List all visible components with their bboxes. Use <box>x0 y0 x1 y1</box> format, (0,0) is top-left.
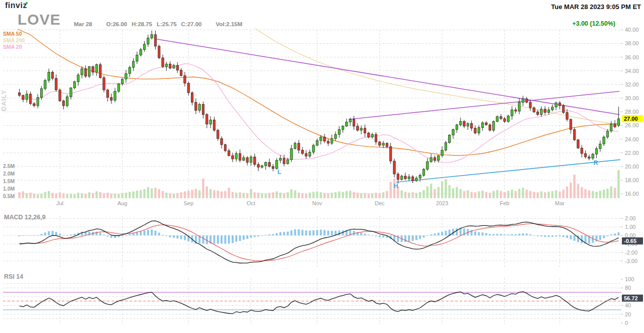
finviz-logo[interactable]: finviz <box>5 1 27 10</box>
svg-text:R: R <box>593 159 598 166</box>
svg-text:36.00: 36.00 <box>625 54 639 60</box>
ticker-symbol: LOVE <box>18 11 61 28</box>
svg-text:26.00: 26.00 <box>625 122 639 128</box>
svg-text:Nov: Nov <box>312 200 323 206</box>
svg-text:Dec: Dec <box>375 200 385 206</box>
svg-text:1.5M: 1.5M <box>3 178 15 184</box>
trendlines <box>154 39 620 182</box>
svg-text:40.00: 40.00 <box>625 27 639 33</box>
rsi-value-badge: 56.72 <box>622 295 643 302</box>
timestamp: Tue MAR 28 2023 9:05 PM ET <box>551 3 641 11</box>
svg-text:H: H <box>393 183 398 190</box>
svg-text:-3.00: -3.00 <box>625 258 637 264</box>
macd-value-badge: -0.65 <box>622 237 643 244</box>
svg-text:27.00: 27.00 <box>624 116 638 122</box>
month-gridlines: JulAugSepOctNovDec2023FebMar <box>56 30 565 324</box>
timeframe-label: DAILY <box>0 90 8 111</box>
svg-text:L: L <box>277 169 281 176</box>
svg-text:1.0M: 1.0M <box>3 186 15 192</box>
quote-high: H:28.75 <box>132 21 152 27</box>
price-gridlines: 40.0038.0036.0034.0032.0030.0028.0026.00… <box>3 27 639 197</box>
svg-text:2.00: 2.00 <box>625 215 635 221</box>
quote-summary: Mar 28 O:26.00 H:28.75 L:25.75 C:27.00 V… <box>74 21 242 27</box>
legend-sma50: SMA 50 <box>3 31 22 37</box>
candlestick-layer <box>18 31 619 184</box>
svg-text:2.5M: 2.5M <box>3 163 15 169</box>
rsi-panel-title: RSI 14 <box>4 273 23 280</box>
svg-text:34.00: 34.00 <box>625 68 639 74</box>
price-change: +3.00 (12.50%) <box>572 20 615 27</box>
svg-text:100: 100 <box>625 276 634 282</box>
svg-text:Jul: Jul <box>56 200 63 206</box>
svg-text:2.0M: 2.0M <box>3 171 15 177</box>
svg-text:38.00: 38.00 <box>625 40 639 46</box>
volume-axis-labels: 2.5M2.0M1.5M1.0M0.5M <box>3 163 15 199</box>
chart-canvas: 40.0038.0036.0034.0032.0030.0028.0026.00… <box>0 0 644 333</box>
macd-panel-title: MACD 12,26,9 <box>4 214 46 221</box>
svg-text:1.00: 1.00 <box>625 224 635 230</box>
svg-text:2023: 2023 <box>436 200 448 206</box>
quote-close: C:27.00 <box>181 21 202 27</box>
svg-text:32.00: 32.00 <box>625 81 639 88</box>
svg-text:-0.65: -0.65 <box>624 238 636 244</box>
svg-text:56.72: 56.72 <box>624 295 638 301</box>
macd-gridlines: 2.001.000.00-1.00-2.00-3.00 <box>3 215 637 264</box>
spacer <box>206 21 211 27</box>
svg-text:20.00: 20.00 <box>625 163 639 170</box>
logo-dot-icon <box>26 2 28 4</box>
volume-bars <box>18 170 619 198</box>
quote-open: O:26.00 <box>106 21 127 27</box>
svg-text:24.00: 24.00 <box>625 136 639 142</box>
svg-text:18.00: 18.00 <box>625 177 639 183</box>
svg-text:-2.00: -2.00 <box>625 249 637 256</box>
svg-text:Sep: Sep <box>183 200 193 206</box>
finviz-chart-page: 40.0038.0036.0034.0032.0030.0028.0026.00… <box>0 0 644 333</box>
last-price-badge: 27.00 <box>622 115 643 122</box>
spacer <box>96 21 101 27</box>
svg-text:Feb: Feb <box>500 200 509 206</box>
macd-line <box>20 221 619 263</box>
svg-text:Aug: Aug <box>118 200 128 206</box>
sma20-line <box>27 64 618 163</box>
svg-text:30.00: 30.00 <box>625 95 639 101</box>
svg-text:Oct: Oct <box>247 200 255 206</box>
svg-text:80: 80 <box>625 285 631 291</box>
legend-sma20: SMA 20 <box>3 44 22 50</box>
svg-text:0.5M: 0.5M <box>3 193 15 199</box>
svg-text:Mar: Mar <box>555 200 565 206</box>
quote-date: Mar 28 <box>74 21 92 27</box>
svg-text:16.00: 16.00 <box>625 191 639 197</box>
quote-volume: Vol:2.15M <box>216 21 242 27</box>
svg-text:0: 0 <box>625 320 628 326</box>
svg-text:28.00: 28.00 <box>625 109 639 115</box>
svg-text:20: 20 <box>625 311 631 317</box>
svg-text:40: 40 <box>625 302 631 308</box>
quote-low: L:25.75 <box>157 21 177 27</box>
macd-signal-line <box>20 224 619 261</box>
legend-sma200: SMA 200 <box>3 37 25 43</box>
rsi-line <box>20 292 619 314</box>
svg-text:22.00: 22.00 <box>625 150 639 156</box>
rsi-gridlines: 100806040200 <box>3 276 634 326</box>
trendline-point-labels: LHR <box>277 159 598 190</box>
macd-histogram <box>19 228 620 244</box>
